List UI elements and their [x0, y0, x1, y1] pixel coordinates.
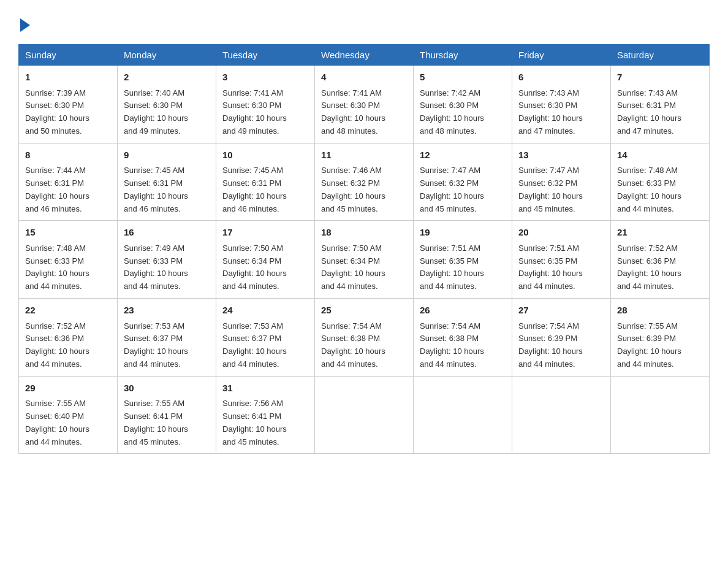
day-info: Sunrise: 7:48 AMSunset: 6:33 PMDaylight:…: [617, 164, 703, 215]
day-number: 31: [222, 381, 308, 396]
calendar-cell: 1 Sunrise: 7:39 AMSunset: 6:30 PMDayligh…: [19, 66, 118, 144]
day-number: 7: [617, 71, 703, 85]
calendar-cell: 30 Sunrise: 7:55 AMSunset: 6:41 PMDaylig…: [118, 376, 216, 454]
day-info: Sunrise: 7:41 AMSunset: 6:30 PMDaylight:…: [321, 87, 407, 138]
day-info: Sunrise: 7:53 AMSunset: 6:37 PMDaylight:…: [124, 320, 210, 371]
calendar-cell: [611, 376, 710, 454]
day-info: Sunrise: 7:51 AMSunset: 6:35 PMDaylight:…: [518, 242, 604, 293]
calendar-cell: 23 Sunrise: 7:53 AMSunset: 6:37 PMDaylig…: [118, 299, 216, 377]
day-number: 16: [124, 226, 210, 240]
calendar-cell: 8 Sunrise: 7:44 AMSunset: 6:31 PMDayligh…: [19, 143, 118, 221]
calendar-cell: 31 Sunrise: 7:56 AMSunset: 6:41 PMDaylig…: [216, 376, 315, 454]
calendar-cell: 25 Sunrise: 7:54 AMSunset: 6:38 PMDaylig…: [315, 299, 414, 377]
day-info: Sunrise: 7:53 AMSunset: 6:37 PMDaylight:…: [222, 320, 308, 371]
calendar-cell: 19 Sunrise: 7:51 AMSunset: 6:35 PMDaylig…: [414, 221, 512, 299]
day-number: 6: [518, 71, 604, 85]
day-number: 9: [124, 148, 210, 163]
day-number: 11: [321, 148, 407, 163]
calendar-cell: 26 Sunrise: 7:54 AMSunset: 6:38 PMDaylig…: [414, 299, 512, 377]
day-number: 26: [420, 304, 506, 318]
day-info: Sunrise: 7:44 AMSunset: 6:31 PMDaylight:…: [25, 164, 111, 215]
week-row-4: 22 Sunrise: 7:52 AMSunset: 6:36 PMDaylig…: [19, 299, 710, 377]
day-info: Sunrise: 7:51 AMSunset: 6:35 PMDaylight:…: [420, 242, 506, 293]
day-number: 15: [25, 226, 111, 240]
day-info: Sunrise: 7:40 AMSunset: 6:30 PMDaylight:…: [124, 87, 210, 138]
day-number: 29: [25, 381, 111, 396]
day-info: Sunrise: 7:50 AMSunset: 6:34 PMDaylight:…: [321, 242, 407, 293]
header-wednesday: Wednesday: [315, 45, 414, 66]
day-number: 23: [124, 304, 210, 318]
day-info: Sunrise: 7:47 AMSunset: 6:32 PMDaylight:…: [420, 164, 506, 215]
calendar-cell: 15 Sunrise: 7:48 AMSunset: 6:33 PMDaylig…: [19, 221, 118, 299]
day-number: 5: [420, 71, 506, 85]
calendar-cell: 7 Sunrise: 7:43 AMSunset: 6:31 PMDayligh…: [611, 66, 710, 144]
week-row-5: 29 Sunrise: 7:55 AMSunset: 6:40 PMDaylig…: [19, 376, 710, 454]
day-number: 28: [617, 304, 703, 318]
day-number: 1: [25, 71, 111, 85]
day-info: Sunrise: 7:52 AMSunset: 6:36 PMDaylight:…: [617, 242, 703, 293]
calendar-cell: 29 Sunrise: 7:55 AMSunset: 6:40 PMDaylig…: [19, 376, 118, 454]
day-info: Sunrise: 7:54 AMSunset: 6:38 PMDaylight:…: [321, 320, 407, 371]
calendar-cell: 17 Sunrise: 7:50 AMSunset: 6:34 PMDaylig…: [216, 221, 315, 299]
header-thursday: Thursday: [414, 45, 512, 66]
day-info: Sunrise: 7:49 AMSunset: 6:33 PMDaylight:…: [124, 242, 210, 293]
day-number: 10: [222, 148, 308, 163]
day-info: Sunrise: 7:56 AMSunset: 6:41 PMDaylight:…: [222, 397, 308, 448]
week-row-3: 15 Sunrise: 7:48 AMSunset: 6:33 PMDaylig…: [19, 221, 710, 299]
day-info: Sunrise: 7:50 AMSunset: 6:34 PMDaylight:…: [222, 242, 308, 293]
header-sunday: Sunday: [19, 45, 118, 66]
day-info: Sunrise: 7:45 AMSunset: 6:31 PMDaylight:…: [222, 164, 308, 215]
day-number: 4: [321, 71, 407, 85]
calendar-cell: 28 Sunrise: 7:55 AMSunset: 6:39 PMDaylig…: [611, 299, 710, 377]
header-tuesday: Tuesday: [216, 45, 315, 66]
day-info: Sunrise: 7:43 AMSunset: 6:31 PMDaylight:…: [617, 87, 703, 138]
calendar-cell: 13 Sunrise: 7:47 AMSunset: 6:32 PMDaylig…: [512, 143, 611, 221]
logo-arrow-icon: [20, 18, 30, 32]
calendar-cell: 2 Sunrise: 7:40 AMSunset: 6:30 PMDayligh…: [118, 66, 216, 144]
calendar-cell: 21 Sunrise: 7:52 AMSunset: 6:36 PMDaylig…: [611, 221, 710, 299]
calendar-cell: 14 Sunrise: 7:48 AMSunset: 6:33 PMDaylig…: [611, 143, 710, 221]
day-number: 22: [25, 304, 111, 318]
day-number: 2: [124, 71, 210, 85]
calendar-cell: 6 Sunrise: 7:43 AMSunset: 6:30 PMDayligh…: [512, 66, 611, 144]
calendar-cell: [414, 376, 512, 454]
calendar-header-row: SundayMondayTuesdayWednesdayThursdayFrid…: [19, 45, 710, 66]
day-number: 30: [124, 381, 210, 396]
day-number: 24: [222, 304, 308, 318]
day-number: 25: [321, 304, 407, 318]
day-info: Sunrise: 7:45 AMSunset: 6:31 PMDaylight:…: [124, 164, 210, 215]
calendar-table: SundayMondayTuesdayWednesdayThursdayFrid…: [18, 44, 710, 454]
day-number: 19: [420, 226, 506, 240]
week-row-1: 1 Sunrise: 7:39 AMSunset: 6:30 PMDayligh…: [19, 66, 710, 144]
calendar-cell: 9 Sunrise: 7:45 AMSunset: 6:31 PMDayligh…: [118, 143, 216, 221]
day-info: Sunrise: 7:55 AMSunset: 6:40 PMDaylight:…: [25, 397, 111, 448]
day-info: Sunrise: 7:54 AMSunset: 6:39 PMDaylight:…: [518, 320, 604, 371]
day-number: 3: [222, 71, 308, 85]
day-info: Sunrise: 7:42 AMSunset: 6:30 PMDaylight:…: [420, 87, 506, 138]
day-number: 21: [617, 226, 703, 240]
logo: [18, 18, 30, 32]
calendar-cell: 16 Sunrise: 7:49 AMSunset: 6:33 PMDaylig…: [118, 221, 216, 299]
day-number: 18: [321, 226, 407, 240]
calendar-cell: 3 Sunrise: 7:41 AMSunset: 6:30 PMDayligh…: [216, 66, 315, 144]
header-friday: Friday: [512, 45, 611, 66]
calendar-cell: 20 Sunrise: 7:51 AMSunset: 6:35 PMDaylig…: [512, 221, 611, 299]
day-number: 27: [518, 304, 604, 318]
day-number: 20: [518, 226, 604, 240]
calendar-cell: 24 Sunrise: 7:53 AMSunset: 6:37 PMDaylig…: [216, 299, 315, 377]
calendar-cell: 4 Sunrise: 7:41 AMSunset: 6:30 PMDayligh…: [315, 66, 414, 144]
week-row-2: 8 Sunrise: 7:44 AMSunset: 6:31 PMDayligh…: [19, 143, 710, 221]
calendar-cell: 27 Sunrise: 7:54 AMSunset: 6:39 PMDaylig…: [512, 299, 611, 377]
calendar-cell: 22 Sunrise: 7:52 AMSunset: 6:36 PMDaylig…: [19, 299, 118, 377]
day-number: 17: [222, 226, 308, 240]
day-info: Sunrise: 7:39 AMSunset: 6:30 PMDaylight:…: [25, 87, 111, 138]
day-info: Sunrise: 7:55 AMSunset: 6:41 PMDaylight:…: [124, 397, 210, 448]
header-saturday: Saturday: [611, 45, 710, 66]
calendar-cell: 12 Sunrise: 7:47 AMSunset: 6:32 PMDaylig…: [414, 143, 512, 221]
day-info: Sunrise: 7:55 AMSunset: 6:39 PMDaylight:…: [617, 320, 703, 371]
day-info: Sunrise: 7:52 AMSunset: 6:36 PMDaylight:…: [25, 320, 111, 371]
calendar-cell: [512, 376, 611, 454]
calendar-cell: 5 Sunrise: 7:42 AMSunset: 6:30 PMDayligh…: [414, 66, 512, 144]
day-number: 8: [25, 148, 111, 163]
calendar-cell: 11 Sunrise: 7:46 AMSunset: 6:32 PMDaylig…: [315, 143, 414, 221]
